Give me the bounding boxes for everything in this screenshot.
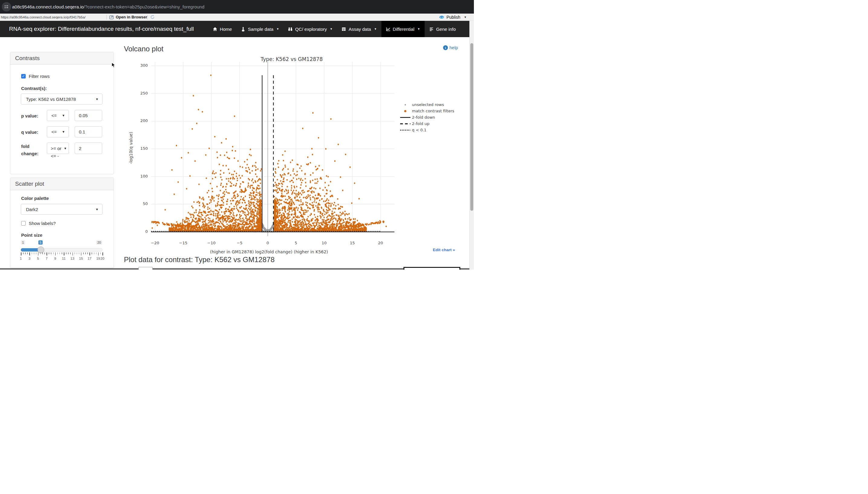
publish-caret-icon: ▼ bbox=[464, 16, 467, 19]
slider-tick bbox=[68, 252, 69, 254]
q-op-value: <= bbox=[51, 129, 57, 134]
legend-marker-icon bbox=[400, 116, 411, 119]
edit-chart-link[interactable]: Edit chart » bbox=[433, 248, 455, 252]
caret-down-icon: ▼ bbox=[276, 27, 279, 31]
legend-item[interactable]: 2-fold up bbox=[400, 120, 454, 127]
nav-item-assay-data[interactable]: Assay data▼ bbox=[337, 21, 381, 37]
publish-icon bbox=[439, 15, 445, 20]
toolbar-url: https://a08c9546a.connect.cloud.seqera.i… bbox=[1, 15, 86, 19]
x-tick-label: 5 bbox=[289, 241, 303, 245]
slider-tick-label: 15 bbox=[77, 256, 85, 260]
truncated-panel bbox=[403, 267, 460, 270]
point-size-slider-handle[interactable] bbox=[37, 246, 44, 253]
p-op-value: <= bbox=[51, 113, 57, 118]
chevron-down-icon: ▼ bbox=[62, 130, 65, 133]
scrollbar-thumb[interactable] bbox=[470, 43, 473, 211]
chevron-down-icon: ▼ bbox=[95, 208, 98, 211]
p-value-input[interactable]: 0.05 bbox=[75, 110, 102, 121]
nav-item-sample-data[interactable]: Sample data▼ bbox=[236, 21, 284, 37]
slider-tick bbox=[38, 252, 39, 255]
x-tick-label: 0 bbox=[261, 241, 274, 245]
nav-item-qc-exploratory[interactable]: QC/ exploratory▼ bbox=[284, 21, 337, 37]
help-link[interactable]: i help bbox=[443, 45, 458, 50]
y-tick-label: 50 bbox=[133, 202, 148, 206]
nav-item-gene-info[interactable]: Gene info bbox=[424, 21, 460, 37]
legend-label: match contrast filters bbox=[412, 109, 454, 113]
legend-item[interactable]: q < 0.1 bbox=[400, 127, 454, 133]
chart-legend: unselected rowsmatch contrast filters2-f… bbox=[400, 101, 454, 133]
divider bbox=[147, 15, 147, 20]
q-value-label: q value: bbox=[21, 130, 38, 135]
flask-icon bbox=[241, 27, 246, 32]
slider-tick bbox=[83, 252, 84, 254]
caret-down-icon: ▼ bbox=[374, 27, 377, 31]
x-axis-title: (higher in GM12878) log2(fold change) (h… bbox=[169, 249, 369, 254]
truncated-page-length-select[interactable] bbox=[139, 267, 152, 270]
slider-tick bbox=[44, 252, 45, 254]
open-in-browser-button[interactable]: Open in Browser bbox=[109, 15, 147, 19]
legend-label: 2-fold down bbox=[412, 115, 435, 119]
reload-icon[interactable] bbox=[150, 15, 155, 21]
filter-rows-label: Filter rows bbox=[29, 74, 50, 79]
slider-tick bbox=[23, 252, 23, 254]
slider-tick bbox=[98, 252, 99, 255]
slider-tick-label: 7 bbox=[42, 256, 51, 260]
page-title: Volcano plot bbox=[124, 45, 163, 53]
slider-tick bbox=[57, 252, 58, 254]
browser-url-bar[interactable]: a08c9546a.connect.cloud.seqera.io/?conne… bbox=[0, 0, 474, 14]
color-palette-select[interactable]: Dark2 ▼ bbox=[21, 204, 103, 215]
slider-tick-label: 5 bbox=[34, 256, 42, 260]
slider-tick bbox=[32, 252, 32, 254]
site-info-icon[interactable] bbox=[2, 2, 11, 12]
slider-tick bbox=[53, 252, 54, 254]
fold-change-input[interactable]: 2 bbox=[75, 142, 102, 154]
mouse-cursor bbox=[111, 62, 117, 70]
nav-item-label: Home bbox=[220, 26, 232, 32]
caret-down-icon: ▼ bbox=[330, 27, 333, 31]
volcano-plot-canvas[interactable] bbox=[149, 60, 400, 239]
table-icon bbox=[342, 27, 346, 32]
x-tick-label: −10 bbox=[205, 241, 218, 245]
slider-tick bbox=[55, 252, 56, 255]
contrast-select[interactable]: Type: K562 vs GM12878 ▼ bbox=[21, 94, 103, 104]
slider-tick bbox=[66, 252, 67, 254]
caret-down-icon: ▼ bbox=[417, 27, 420, 31]
q-op-select[interactable]: <= ▼ bbox=[47, 126, 69, 137]
slider-tick bbox=[59, 252, 60, 254]
contrasts-panel-title: Contrasts bbox=[10, 52, 114, 64]
nav-item-label: Sample data bbox=[248, 26, 273, 32]
fold-change-label-1: fold bbox=[21, 144, 30, 149]
show-labels-checkbox[interactable] bbox=[21, 221, 26, 226]
q-value-input[interactable]: 0.1 bbox=[75, 126, 102, 137]
nav-item-home[interactable]: Home bbox=[208, 21, 236, 37]
fold-change-op-select[interactable]: >= or ▼ bbox=[47, 142, 69, 154]
legend-item[interactable]: unselected rows bbox=[400, 101, 454, 108]
legend-marker-icon bbox=[400, 122, 411, 126]
slider-tick bbox=[36, 252, 37, 254]
p-value-label: p value: bbox=[21, 113, 38, 118]
p-op-select[interactable]: <= ▼ bbox=[47, 110, 69, 121]
show-labels-row[interactable]: Show labels? bbox=[21, 221, 56, 226]
filter-rows-checkbox[interactable]: ✓ bbox=[21, 74, 26, 78]
list-icon bbox=[429, 27, 434, 32]
screen: a08c9546a.connect.cloud.seqera.io/?conne… bbox=[0, 0, 474, 270]
filter-rows-row[interactable]: ✓ Filter rows bbox=[21, 74, 50, 79]
fold-change-value: 2 bbox=[79, 146, 81, 151]
legend-item[interactable]: match contrast filters bbox=[400, 108, 454, 114]
slider-tick bbox=[51, 252, 51, 254]
slider-max-badge: 20 bbox=[96, 240, 102, 245]
publish-button[interactable]: Publish ▼ bbox=[439, 14, 467, 21]
fold-change-label-2: change: bbox=[21, 151, 39, 156]
home-icon bbox=[213, 27, 217, 32]
slider-tick bbox=[70, 252, 71, 254]
x-tick-label: 20 bbox=[374, 241, 387, 245]
list-glyph-icon bbox=[4, 4, 9, 9]
slider-tick bbox=[49, 252, 49, 254]
page-scrollbar[interactable] bbox=[469, 21, 474, 270]
slider-tick-label: 3 bbox=[25, 256, 33, 260]
app-navbar: RNA-seq explorer: Differentialabundance … bbox=[0, 21, 469, 37]
nav-item-differential[interactable]: Differential▼ bbox=[381, 21, 424, 37]
y-tick-label: 100 bbox=[133, 174, 148, 178]
legend-item[interactable]: 2-fold down bbox=[400, 114, 454, 120]
connect-toolbar: https://a08c9546a.connect.cloud.seqera.i… bbox=[0, 14, 474, 21]
